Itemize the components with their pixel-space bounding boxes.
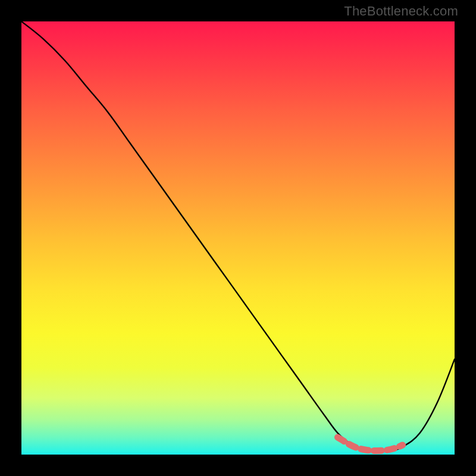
chart-container: TheBottleneck.com (0, 0, 476, 476)
bottleneck-curve (21, 21, 455, 452)
chart-svg (21, 21, 455, 455)
plot-area (21, 21, 455, 455)
optimal-band (337, 437, 402, 451)
attribution-text: TheBottleneck.com (344, 4, 458, 19)
